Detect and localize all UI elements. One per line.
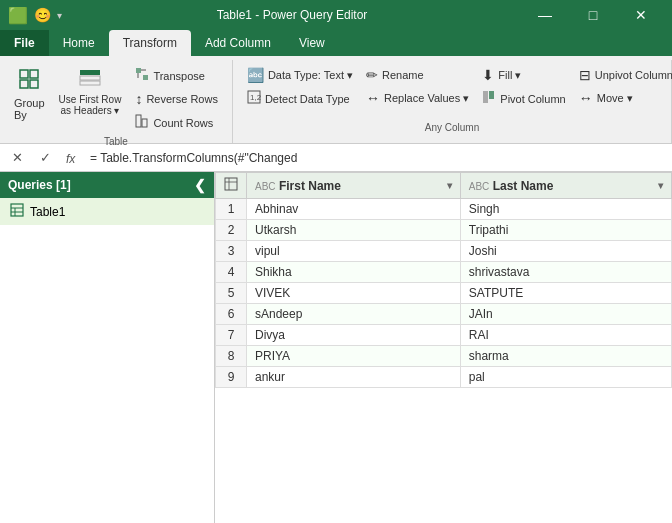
pivot-column-icon [482, 90, 496, 107]
reverse-rows-label: Reverse Rows [146, 93, 218, 105]
count-rows-label: Count Rows [153, 117, 213, 129]
data-table: ABC First Name ▾ ABC Last Name [215, 172, 672, 388]
table-group-label: Table [104, 134, 128, 151]
svg-rect-4 [80, 70, 100, 75]
smiley-icon: 😊 [34, 7, 51, 23]
cell-last-name: Joshi [460, 241, 671, 262]
cell-first-name: PRIYA [247, 346, 461, 367]
svg-rect-16 [489, 91, 494, 99]
unpivot-columns-icon: ⊟ [579, 67, 591, 83]
detect-data-type-icon: 1,2 [247, 90, 261, 107]
formula-cancel-button[interactable]: ✕ [6, 147, 28, 169]
rename-button[interactable]: ✏ Rename [360, 64, 430, 86]
svg-rect-18 [11, 204, 23, 216]
count-rows-icon [135, 114, 149, 131]
ribbon-tabs: File Home Transform Add Column View [0, 30, 672, 56]
col-header-last-name[interactable]: ABC Last Name ▾ [460, 173, 671, 199]
replace-values-icon: ↔ [366, 90, 380, 106]
last-name-filter-button[interactable]: ▾ [658, 180, 663, 191]
unpivot-columns-button[interactable]: ⊟ Unpivot Columns ▾ [573, 64, 672, 86]
table-row[interactable]: 1 Abhinav Singh [216, 199, 672, 220]
title-bar: 🟩 😊 ▾ Table1 - Power Query Editor — □ ✕ [0, 0, 672, 30]
table-row[interactable]: 3 vipul Joshi [216, 241, 672, 262]
cell-last-name: shrivastava [460, 262, 671, 283]
cell-last-name: sharma [460, 346, 671, 367]
main-area: Queries [1] ❮ Table1 ABC [0, 172, 672, 523]
data-area[interactable]: ABC First Name ▾ ABC Last Name [215, 172, 672, 523]
window-title: Table1 - Power Query Editor [68, 8, 516, 22]
maximize-button[interactable]: □ [570, 0, 616, 30]
title-bar-arrow: ▾ [57, 10, 62, 21]
transpose-button[interactable]: Transpose [129, 64, 224, 87]
row-number: 3 [216, 241, 247, 262]
use-first-row-button[interactable]: Use First Rowas Headers ▾ [53, 64, 128, 120]
row-number: 6 [216, 304, 247, 325]
any-column-group-content: 🔤 Data Type: Text ▾ 1,2 Detect Data Type… [241, 60, 663, 120]
data-type-button[interactable]: 🔤 Data Type: Text ▾ [241, 64, 359, 86]
window-controls: — □ ✕ [522, 0, 664, 30]
group-by-icon [18, 68, 40, 95]
group-by-button[interactable]: GroupBy [8, 64, 51, 125]
data-type-icon: 🔤 [247, 67, 264, 83]
sidebar-collapse-button[interactable]: ❮ [194, 177, 206, 193]
table-row[interactable]: 7 Divya RAI [216, 325, 672, 346]
svg-rect-8 [143, 75, 148, 80]
row-number: 2 [216, 220, 247, 241]
unpivot-columns-label: Unpivot Columns ▾ [595, 69, 672, 82]
cell-last-name: JAIn [460, 304, 671, 325]
cell-first-name: Divya [247, 325, 461, 346]
replace-values-button[interactable]: ↔ Replace Values ▾ [360, 87, 475, 109]
table-row[interactable]: 9 ankur pal [216, 367, 672, 388]
table-icon [10, 203, 24, 220]
table-row[interactable]: 5 VIVEK SATPUTE [216, 283, 672, 304]
sidebar-title: Queries [1] [8, 178, 71, 192]
fill-icon: ⬇ [482, 67, 494, 83]
svg-text:1,2: 1,2 [250, 93, 261, 102]
cell-last-name: RAI [460, 325, 671, 346]
detect-data-type-button[interactable]: 1,2 Detect Data Type [241, 87, 356, 110]
table-row[interactable]: 8 PRIYA sharma [216, 346, 672, 367]
replace-values-label: Replace Values ▾ [384, 92, 469, 105]
table-row[interactable]: 2 Utkarsh Tripathi [216, 220, 672, 241]
sidebar-item-table1[interactable]: Table1 [0, 198, 214, 225]
first-name-filter-button[interactable]: ▾ [447, 180, 452, 191]
svg-text:fx: fx [66, 152, 76, 166]
transpose-icon [135, 67, 149, 84]
row-number: 1 [216, 199, 247, 220]
cell-first-name: Shikha [247, 262, 461, 283]
svg-rect-2 [20, 80, 28, 88]
sidebar-item-label: Table1 [30, 205, 65, 219]
count-rows-button[interactable]: Count Rows [129, 111, 224, 134]
cell-last-name: Tripathi [460, 220, 671, 241]
ribbon: GroupBy Use First Rowas Headers ▾ Transp… [0, 56, 672, 144]
tab-add-column[interactable]: Add Column [191, 30, 285, 56]
cell-first-name: ankur [247, 367, 461, 388]
tab-file[interactable]: File [0, 30, 49, 56]
table-row[interactable]: 4 Shikha shrivastava [216, 262, 672, 283]
tab-transform[interactable]: Transform [109, 30, 191, 56]
transpose-label: Transpose [153, 70, 205, 82]
svg-rect-3 [30, 80, 38, 88]
formula-text: = Table.TransformColumns(#"Changed [90, 151, 297, 165]
fx-button[interactable]: fx [62, 147, 84, 169]
detect-data-type-label: Detect Data Type [265, 93, 350, 105]
formula-confirm-button[interactable]: ✓ [34, 147, 56, 169]
tab-view[interactable]: View [285, 30, 339, 56]
reverse-rows-button[interactable]: ↕ Reverse Rows [129, 88, 224, 110]
pivot-column-button[interactable]: Pivot Column [476, 87, 571, 110]
cell-last-name: pal [460, 367, 671, 388]
table-small-btns: Transpose ↕ Reverse Rows Count Rows [129, 64, 224, 134]
svg-rect-6 [80, 81, 100, 85]
fill-button[interactable]: ⬇ Fill ▾ [476, 64, 527, 86]
move-button[interactable]: ↔ Move ▾ [573, 87, 639, 109]
table-row[interactable]: 6 sAndeep JAIn [216, 304, 672, 325]
minimize-button[interactable]: — [522, 0, 568, 30]
col-header-first-name[interactable]: ABC First Name ▾ [247, 173, 461, 199]
excel-icon: 🟩 [8, 6, 28, 25]
group-by-label: GroupBy [14, 97, 45, 121]
svg-rect-15 [483, 91, 488, 103]
svg-rect-22 [225, 178, 237, 190]
close-button[interactable]: ✕ [618, 0, 664, 30]
first-name-col-label: First Name [279, 179, 341, 193]
tab-home[interactable]: Home [49, 30, 109, 56]
